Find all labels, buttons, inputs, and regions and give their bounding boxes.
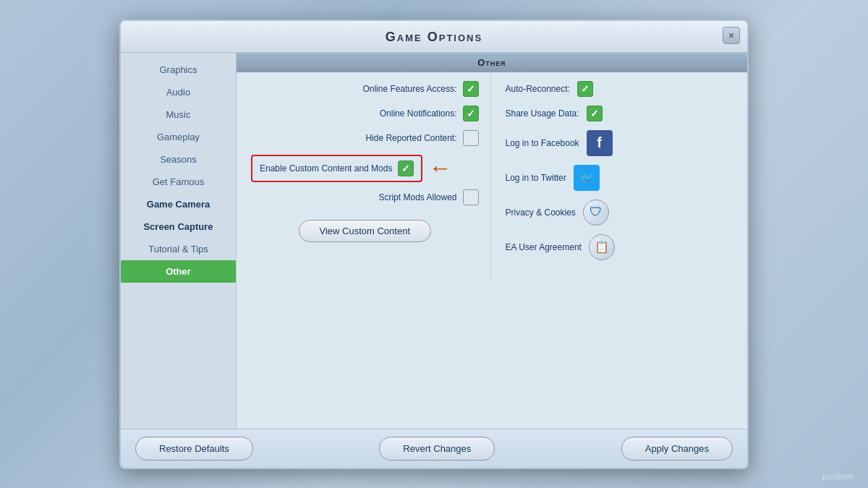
apply-changes-button[interactable]: Apply Changes [621, 437, 733, 461]
options-layout: Online Features Access: Online Notificat… [237, 72, 747, 278]
game-options-dialog: Game Options × Graphics Audio Music Game… [119, 20, 749, 469]
facebook-option: Log in to Facebook f [506, 130, 733, 156]
ea-agreement-option: EA User Agreement 📋 [506, 234, 733, 260]
sidebar-item-gameplay[interactable]: Gameplay [121, 126, 236, 148]
sidebar-item-get-famous[interactable]: Get Famous [121, 171, 236, 193]
auto-reconnect-checkbox[interactable] [577, 81, 593, 97]
privacy-option: Privacy & Cookies 🛡 [506, 200, 733, 226]
auto-reconnect-label: Auto-Reconnect: [506, 84, 570, 94]
online-features-checkbox[interactable] [463, 81, 479, 97]
share-usage-option: Share Usage Data: [506, 106, 733, 121]
online-notifications-option: Online Notifications: [251, 106, 479, 121]
share-usage-checkbox[interactable] [587, 106, 603, 121]
script-mods-label: Script Mods Allowed [378, 192, 456, 202]
share-usage-label: Share Usage Data: [506, 108, 579, 119]
dialog-title-bar: Game Options × [121, 21, 747, 53]
enable-custom-label: Enable Custom Content and Mods [260, 163, 392, 174]
sidebar-item-seasons[interactable]: Seasons [121, 148, 236, 171]
view-btn-container: View Custom Content [251, 214, 479, 242]
sidebar-item-screen-capture[interactable]: Screen Capture [121, 215, 236, 238]
privacy-label: Privacy & Cookies [506, 207, 576, 218]
enable-custom-row: Enable Custom Content and Mods ← [251, 155, 479, 182]
sidebar: Graphics Audio Music Gameplay Seasons Ge… [121, 53, 237, 429]
online-notifications-checkbox[interactable] [463, 106, 479, 121]
facebook-label: Log in to Facebook [506, 138, 579, 148]
hide-reported-option: Hide Reported Content: [251, 130, 479, 146]
enable-custom-wrapper: Enable Custom Content and Mods ← [251, 155, 479, 182]
close-button[interactable]: × [723, 27, 740, 44]
hide-reported-checkbox[interactable] [463, 130, 479, 146]
online-notifications-label: Online Notifications: [380, 108, 457, 119]
facebook-icon[interactable]: f [587, 130, 613, 156]
sidebar-item-audio[interactable]: Audio [121, 81, 236, 103]
online-features-option: Online Features Access: [251, 81, 479, 97]
main-content: Other Online Features Access: Online Not… [237, 53, 747, 429]
revert-changes-button[interactable]: Revert Changes [379, 437, 495, 461]
auto-reconnect-option: Auto-Reconnect: [506, 81, 733, 97]
twitter-option: Log in to Twitter 🐦 [506, 165, 733, 191]
dialog-footer: Restore Defaults Revert Changes Apply Ch… [121, 429, 747, 468]
watermark: pro3mes [822, 472, 854, 481]
restore-defaults-button[interactable]: Restore Defaults [135, 437, 253, 461]
sidebar-item-other[interactable]: Other [121, 260, 236, 283]
dialog-body: Graphics Audio Music Gameplay Seasons Ge… [121, 53, 747, 429]
script-mods-checkbox[interactable] [463, 189, 479, 205]
script-mods-option: Script Mods Allowed [251, 189, 479, 205]
right-section: Auto-Reconnect: Share Usage Data: Log in… [491, 72, 748, 278]
ea-icon[interactable]: 📋 [589, 234, 615, 260]
arrow-icon: ← [428, 155, 451, 181]
online-features-label: Online Features Access: [362, 84, 456, 94]
ea-agreement-label: EA User Agreement [506, 242, 582, 252]
left-section: Online Features Access: Online Notificat… [237, 72, 491, 278]
hide-reported-label: Hide Reported Content: [365, 133, 456, 143]
privacy-icon[interactable]: 🛡 [583, 200, 609, 226]
sidebar-item-graphics[interactable]: Graphics [121, 59, 236, 81]
sidebar-item-tutorial-tips[interactable]: Tutorial & Tips [121, 238, 236, 260]
enable-custom-highlight: Enable Custom Content and Mods [251, 155, 422, 182]
dialog-title: Game Options [121, 30, 747, 45]
section-header: Other [237, 53, 747, 72]
enable-custom-checkbox[interactable] [398, 160, 414, 176]
sidebar-item-game-camera[interactable]: Game Camera [121, 193, 236, 215]
twitter-label: Log in to Twitter [506, 173, 567, 183]
twitter-icon[interactable]: 🐦 [574, 165, 600, 191]
view-custom-content-button[interactable]: View Custom Content [299, 220, 432, 242]
sidebar-item-music[interactable]: Music [121, 103, 236, 126]
arrow-container: ← [428, 155, 451, 181]
